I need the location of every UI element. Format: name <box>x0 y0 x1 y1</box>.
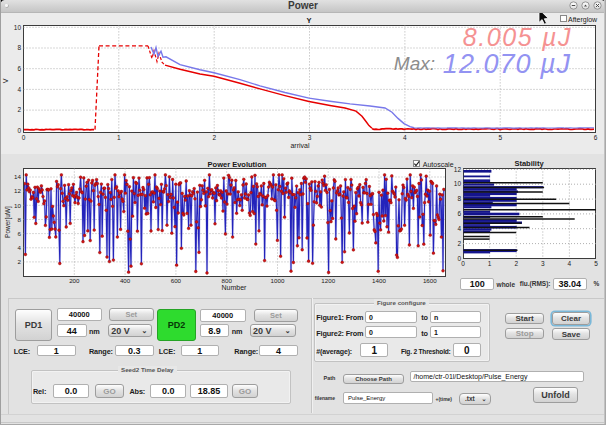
svg-text:4: 4 <box>457 225 461 232</box>
svg-text:1000: 1000 <box>271 277 285 284</box>
svg-text:Stability: Stability <box>514 159 544 168</box>
svg-text:1: 1 <box>117 134 121 141</box>
svg-text:1: 1 <box>488 260 492 267</box>
svg-text:4: 4 <box>18 244 22 251</box>
svg-text:2: 2 <box>18 258 22 265</box>
svg-text:3: 3 <box>308 134 312 141</box>
svg-text:1400: 1400 <box>372 277 386 284</box>
svg-text:8: 8 <box>18 216 22 223</box>
svg-text:3: 3 <box>541 260 545 267</box>
svg-text:8.005 µJ: 8.005 µJ <box>463 23 572 51</box>
svg-text:2: 2 <box>212 134 216 141</box>
svg-text:Y: Y <box>306 16 311 25</box>
svg-text:14: 14 <box>14 173 21 180</box>
svg-text:0: 0 <box>22 134 26 141</box>
svg-text:8: 8 <box>17 44 21 51</box>
svg-text:1600: 1600 <box>423 277 437 284</box>
svg-text:0: 0 <box>461 260 465 267</box>
svg-text:8: 8 <box>457 195 461 202</box>
svg-text:Max:: Max: <box>394 53 435 74</box>
svg-text:600: 600 <box>171 277 182 284</box>
svg-text:5: 5 <box>498 134 502 141</box>
svg-text:Power[uW]: Power[uW] <box>4 206 12 238</box>
svg-text:10: 10 <box>14 202 21 209</box>
svg-text:6: 6 <box>17 65 21 72</box>
svg-text:2: 2 <box>17 106 21 113</box>
svg-text:4: 4 <box>568 260 572 267</box>
svg-text:2: 2 <box>514 260 518 267</box>
svg-text:12: 12 <box>14 187 21 194</box>
svg-text:6: 6 <box>457 210 461 217</box>
svg-text:4: 4 <box>17 86 21 93</box>
svg-text:Number: Number <box>222 284 248 291</box>
svg-text:200: 200 <box>69 277 80 284</box>
svg-text:5: 5 <box>594 260 598 267</box>
svg-text:V: V <box>2 78 9 83</box>
svg-text:10: 10 <box>14 24 22 31</box>
svg-text:6: 6 <box>594 134 598 141</box>
svg-text:arrival: arrival <box>290 142 310 149</box>
svg-text:Power Evolution: Power Evolution <box>208 160 267 169</box>
svg-text:10: 10 <box>454 180 462 187</box>
svg-text:6: 6 <box>18 230 22 237</box>
svg-text:4: 4 <box>403 134 407 141</box>
svg-text:400: 400 <box>120 277 131 284</box>
svg-text:12.070 µJ: 12.070 µJ <box>443 49 571 79</box>
svg-text:12: 12 <box>454 166 462 173</box>
svg-text:2: 2 <box>457 240 461 247</box>
svg-text:800: 800 <box>222 277 233 284</box>
svg-text:1200: 1200 <box>321 277 335 284</box>
